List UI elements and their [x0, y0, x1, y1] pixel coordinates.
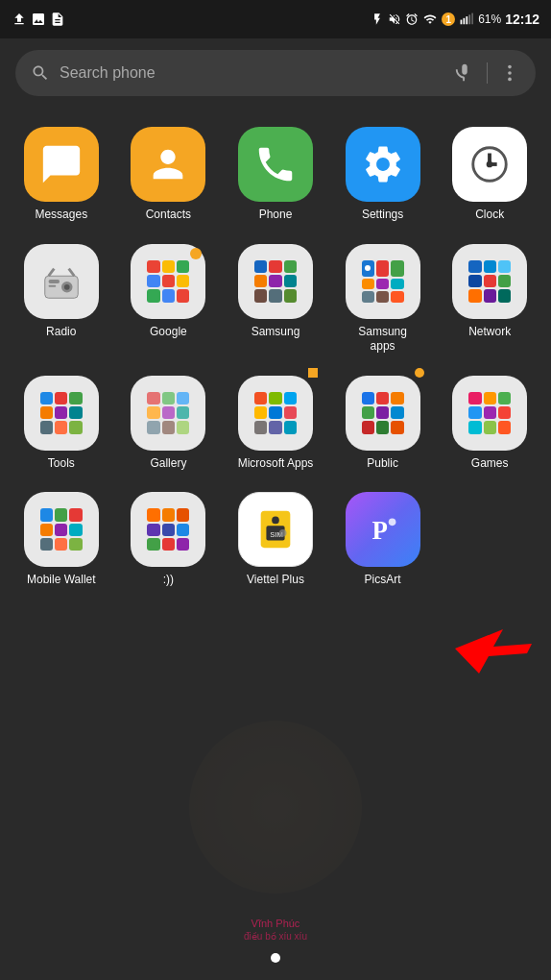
app-network[interactable]: Network — [436, 234, 543, 366]
clock-icon — [467, 142, 512, 186]
app-radio[interactable]: Radio — [8, 234, 115, 366]
tools-label: Tools — [48, 456, 75, 472]
svg-point-5 — [508, 65, 512, 69]
picsart-icon: P — [361, 507, 405, 551]
svg-rect-16 — [48, 284, 56, 286]
svg-line-17 — [48, 268, 54, 276]
svg-marker-27 — [455, 629, 532, 674]
svg-point-7 — [508, 78, 512, 82]
emoji-label: :)) — [163, 573, 174, 588]
network-grid — [468, 260, 511, 303]
charge-icon — [371, 12, 384, 26]
wallet-grid — [40, 508, 83, 551]
app-google[interactable]: Google — [115, 234, 223, 366]
public-notification-dot — [415, 368, 424, 378]
battery-text: 61% — [478, 12, 501, 26]
microsoft-notification-dot — [308, 368, 318, 378]
upload-icon — [12, 12, 27, 27]
samsung-apps-label: Samsung apps — [345, 325, 421, 355]
microphone-icon[interactable] — [454, 62, 475, 84]
search-icon — [31, 63, 50, 83]
watermark-text-2: điều bồ xíu xíu — [244, 931, 307, 942]
games-grid — [468, 392, 511, 434]
messages-icon-bg — [24, 127, 99, 202]
tools-grid — [40, 392, 83, 434]
app-empty-slot — [436, 482, 543, 600]
app-settings[interactable]: Settings — [329, 117, 437, 234]
watermark-text-1: Vĩnh Phúc — [252, 918, 300, 929]
samsung-apps-icon-bg — [346, 244, 420, 319]
svg-point-6 — [508, 71, 512, 75]
svg-rect-0 — [461, 20, 463, 25]
status-bar: 1 61% 12:12 — [0, 0, 551, 38]
bottom-watermark: Vĩnh Phúc điều bồ xíu xíu — [0, 918, 551, 942]
samsung-label: Samsung — [252, 325, 300, 340]
more-options-icon[interactable] — [499, 62, 520, 84]
search-bar[interactable]: Search phone — [15, 50, 536, 96]
empty-slot — [452, 492, 527, 567]
app-games[interactable]: Games — [436, 366, 543, 483]
picsart-label: PicsArt — [365, 573, 401, 588]
mobile-wallet-label: Mobile Wallet — [27, 573, 96, 588]
app-phone[interactable]: Phone — [222, 117, 329, 234]
app-picsart[interactable]: P PicsArt — [329, 482, 437, 600]
phone-icon — [253, 142, 298, 186]
svg-point-23 — [279, 529, 287, 537]
signal-icon — [459, 12, 474, 26]
tools-icon-bg — [24, 376, 99, 451]
bottom-navigation — [0, 953, 551, 963]
app-messages[interactable]: Messages — [8, 117, 115, 234]
google-icon-bg — [131, 244, 205, 319]
games-icon-bg — [452, 376, 527, 451]
app-samsung-apps[interactable]: Samsung apps — [329, 234, 437, 366]
search-placeholder: Search phone — [60, 64, 444, 82]
games-label: Games — [471, 456, 509, 472]
samsung-grid — [254, 260, 297, 303]
google-label: Google — [150, 325, 187, 340]
svg-point-14 — [64, 283, 70, 289]
phone-label: Phone — [259, 208, 293, 223]
viettel-label: Viettel Plus — [247, 573, 304, 588]
phone-icon-bg — [238, 127, 313, 202]
public-grid — [362, 392, 404, 434]
clock-label: Clock — [475, 208, 504, 223]
svg-rect-4 — [471, 13, 473, 25]
app-clock[interactable]: Clock — [436, 117, 543, 234]
radio-icon — [39, 259, 84, 304]
microsoft-grid — [254, 392, 297, 434]
app-emoji[interactable]: :)) — [115, 482, 223, 600]
radio-label: Radio — [46, 325, 76, 340]
microsoft-icon-bg — [238, 376, 313, 451]
file-icon — [50, 12, 65, 27]
search-actions — [454, 62, 520, 84]
emoji-icon-bg — [131, 492, 205, 567]
page-indicator-dot — [271, 953, 280, 963]
app-samsung[interactable]: Samsung — [222, 234, 329, 366]
network-label: Network — [468, 325, 511, 340]
google-notification-dot — [190, 248, 202, 259]
app-viettel-plus[interactable]: SIM Viettel Plus — [222, 482, 329, 600]
app-public[interactable]: Public — [329, 366, 437, 483]
background-watermark — [0, 711, 551, 903]
wifi-icon — [422, 12, 438, 26]
svg-text:P: P — [371, 516, 387, 545]
app-tools[interactable]: Tools — [8, 366, 115, 483]
google-grid — [147, 260, 189, 303]
public-icon-bg — [346, 376, 420, 451]
app-microsoft[interactable]: Microsoft Apps — [222, 366, 329, 483]
public-label: Public — [367, 456, 398, 472]
settings-icon — [361, 142, 405, 186]
messages-label: Messages — [35, 208, 87, 223]
app-gallery[interactable]: Gallery — [115, 366, 223, 483]
status-right-icons: 1 61% 12:12 — [371, 12, 539, 27]
app-contacts[interactable]: Contacts — [115, 117, 223, 234]
samsung-apps-grid — [362, 260, 404, 303]
notification-badge: 1 — [442, 12, 455, 26]
messages-icon — [39, 142, 84, 186]
viettel-icon: SIM — [253, 507, 298, 551]
mute-icon — [388, 12, 401, 26]
app-mobile-wallet[interactable]: Mobile Wallet — [8, 482, 115, 600]
gallery-label: Gallery — [150, 456, 186, 472]
gallery-icon-bg — [131, 376, 205, 451]
contacts-icon-bg — [131, 127, 205, 202]
